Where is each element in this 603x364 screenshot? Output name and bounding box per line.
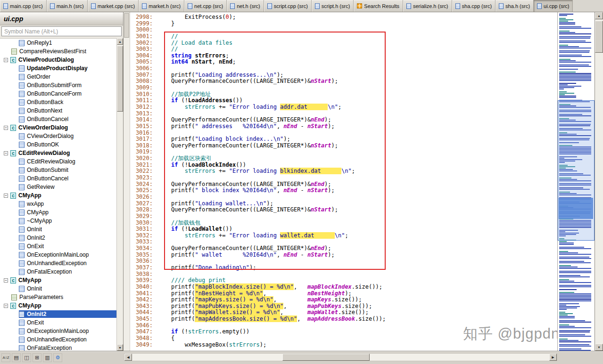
- code-line[interactable]: 3004: string strErrors;: [130, 53, 557, 59]
- code-line[interactable]: 3006:: [130, 65, 557, 72]
- symbol-item-onunhandledexception[interactable]: OnUnhandledException: [0, 335, 117, 344]
- scroll-down-icon[interactable]: ▼: [117, 344, 123, 351]
- minimap-viewport[interactable]: [558, 100, 595, 241]
- settings-gear-icon[interactable]: ⚙: [53, 353, 62, 362]
- code-line[interactable]: 3010: //加载P2P地址: [130, 91, 557, 98]
- code-line[interactable]: 3038:: [130, 271, 557, 278]
- code-line[interactable]: 3026:: [130, 194, 557, 201]
- code-line[interactable]: 3042: printf("mapKeys.size() = %d\n", ma…: [130, 297, 557, 303]
- minimap[interactable]: [557, 12, 595, 351]
- code-line[interactable]: 3047: if (!strErrors.empty()): [130, 329, 557, 335]
- code-line[interactable]: 3017: printf("Loading block index...\n")…: [130, 136, 557, 143]
- symbol-item-onbuttoncancelform[interactable]: OnButtonCancelForm: [0, 89, 117, 98]
- symbol-item-onfatalexception[interactable]: OnFatalException: [0, 267, 117, 276]
- tab-market.h-src[interactable]: market.h (src): [139, 0, 184, 12]
- tab-main.cpp-src[interactable]: main.cpp (src): [0, 0, 47, 12]
- symbol-item-cmyapp[interactable]: −CMyApp: [0, 301, 117, 310]
- scroll-left-icon[interactable]: ◀: [124, 354, 132, 361]
- tab-market.cpp-src[interactable]: market.cpp (src): [88, 0, 139, 12]
- code-line[interactable]: 3041: printf("nBestHeight = %d\n", nBest…: [130, 291, 557, 297]
- code-line[interactable]: 3027: printf("Loading wallet...\n");: [130, 201, 557, 207]
- code-line[interactable]: 3016:: [130, 130, 557, 137]
- code-line[interactable]: 3034: QueryPerformanceCounter((LARGE_INT…: [130, 245, 557, 252]
- symbol-item-getorder[interactable]: GetOrder: [0, 73, 117, 81]
- code-line[interactable]: 3039: //// debug print: [130, 277, 557, 284]
- code-line[interactable]: 3019:: [130, 149, 557, 155]
- code-line[interactable]: 3049: wxMessageBox(strErrors);: [130, 342, 557, 348]
- tree-collapse-icon[interactable]: −: [4, 278, 8, 283]
- code-line[interactable]: 3015: printf(" addresses %20I64d\n", nEn…: [130, 123, 557, 130]
- symbol-item-onbuttoncancel[interactable]: OnButtonCancel: [0, 115, 117, 123]
- symbol-item-onbuttonnext[interactable]: OnButtonNext: [0, 106, 117, 115]
- symbol-item-cviewproductdialog[interactable]: −CViewProductDialog: [0, 56, 117, 64]
- symbol-item-onexit[interactable]: OnExit: [0, 318, 117, 327]
- symbol-item-onunhandledexception[interactable]: OnUnhandledException: [0, 259, 117, 267]
- code-line[interactable]: 3044: printf("mapWallet.size() = %d\n", …: [130, 309, 557, 316]
- scrollbar-thumb[interactable]: [282, 354, 370, 361]
- sort-alphabetic-icon[interactable]: A↕Z: [1, 353, 10, 362]
- symbol-item-cmyapp[interactable]: CMyApp: [0, 208, 117, 217]
- symbol-search-input[interactable]: [1, 26, 122, 36]
- code-line[interactable]: 3001: //: [130, 33, 557, 40]
- symbol-item-cvieworderdialog[interactable]: −CViewOrderDialog: [0, 123, 117, 132]
- tab-net.h-src[interactable]: net.h (src): [227, 0, 264, 12]
- tab-serialize.h-src[interactable]: serialize.h (src): [403, 0, 452, 12]
- code-line[interactable]: 3035: printf(" wallet %20I64d\n", nEnd -…: [130, 252, 557, 259]
- tree-collapse-icon[interactable]: −: [4, 194, 8, 198]
- symbol-item-onreply1[interactable]: OnReply1: [0, 39, 117, 47]
- symbol-item-oninit[interactable]: OnInit: [0, 225, 117, 234]
- code-line[interactable]: 3022: strErrors += "Error loading blkind…: [130, 168, 557, 175]
- code-line[interactable]: 3023:: [130, 175, 557, 181]
- code-line[interactable]: 2998: ExitProcess(0);: [130, 14, 557, 21]
- editor-left-scrollbar[interactable]: [124, 12, 130, 351]
- code-line[interactable]: 3021: if (!LoadBlockIndex()): [130, 162, 557, 169]
- symbol-item-onbuttonok[interactable]: OnButtonOK: [0, 140, 117, 149]
- symbol-item-wxapp[interactable]: wxApp: [0, 200, 117, 208]
- symbol-item-onbuttoncancel[interactable]: OnButtonCancel: [0, 174, 117, 183]
- code-line[interactable]: 3018: QueryPerformanceCounter((LARGE_INT…: [130, 143, 557, 149]
- symbol-item-onbuttonsubmit[interactable]: OnButtonSubmit: [0, 166, 117, 174]
- code-line[interactable]: 3048: {: [130, 335, 557, 342]
- code-line[interactable]: 3009:: [130, 85, 557, 91]
- symbol-item-cmyapp[interactable]: −CMyApp: [0, 191, 117, 200]
- symbol-item-oninit[interactable]: OnInit: [0, 284, 117, 293]
- tab-search-results[interactable]: Search Results: [354, 0, 403, 12]
- symbol-item-onexceptioninmainloop[interactable]: OnExceptionInMainLoop: [0, 251, 117, 259]
- symbol-item-comparereviewsbestfirst[interactable]: CompareReviewsBestFirst: [0, 47, 117, 56]
- code-line[interactable]: 3031: if (!LoadWallet()): [130, 226, 557, 233]
- tree-collapse-icon[interactable]: −: [4, 151, 8, 155]
- code-line[interactable]: 3032: strErrors += "Error loading wallet…: [130, 233, 557, 239]
- symbol-item-onexit[interactable]: OnExit: [0, 242, 117, 251]
- code-line[interactable]: 3003: //: [130, 46, 557, 53]
- scroll-down-icon[interactable]: ▼: [595, 344, 603, 351]
- code-line[interactable]: 3002: // Load data files: [130, 40, 557, 47]
- symbol-item-ceditreviewdialog[interactable]: CEditReviewDialog: [0, 157, 117, 166]
- code-line[interactable]: 3000:: [130, 27, 557, 33]
- code-line[interactable]: 3012: strErrors += "Error loading addr.d…: [130, 104, 557, 111]
- symbol-item-updateproductdisplay[interactable]: UpdateProductDisplay: [0, 64, 117, 73]
- documents-book-icon[interactable]: ▥: [43, 353, 52, 362]
- scroll-up-icon[interactable]: ▲: [595, 12, 603, 19]
- panel-grid-icon[interactable]: ⊞: [33, 353, 41, 362]
- tab-sha.cpp-src[interactable]: sha.cpp (src): [452, 0, 496, 12]
- code-line[interactable]: 3011: if (!LoadAddresses()): [130, 97, 557, 104]
- code-line[interactable]: 3029:: [130, 213, 557, 220]
- symbol-list-icon[interactable]: ▤: [12, 353, 21, 362]
- tab-script.h-src[interactable]: script.h (src): [312, 0, 354, 12]
- vertical-scrollbar[interactable]: ▲ ▼: [595, 12, 603, 351]
- symbol-item-ceditreviewdialog[interactable]: −CEditReviewDialog: [0, 149, 117, 157]
- panel-layout-icon[interactable]: ◫: [22, 353, 31, 362]
- tree-collapse-icon[interactable]: −: [4, 58, 8, 62]
- symbol-item-cmyapp[interactable]: −CMyApp: [0, 276, 117, 284]
- code-line[interactable]: 3020: //加载区块索引: [130, 155, 557, 162]
- scrollbar-thumb[interactable]: [124, 13, 129, 38]
- symbol-item-getreview[interactable]: GetReview: [0, 183, 117, 191]
- symbol-item-onexceptioninmainloop[interactable]: OnExceptionInMainLoop: [0, 327, 117, 335]
- code-line[interactable]: 3043: printf("mapPubKeys.size() = %d\n",…: [130, 303, 557, 310]
- code-line[interactable]: 3007: printf("Loading addresses...\n");: [130, 72, 557, 79]
- code-line[interactable]: 3033:: [130, 239, 557, 245]
- code-line[interactable]: 3025: printf(" block index %20I64d\n", n…: [130, 187, 557, 194]
- scrollbar-thumb[interactable]: [595, 21, 603, 53]
- code-line[interactable]: 3014: QueryPerformanceCounter((LARGE_INT…: [130, 117, 557, 123]
- code-line[interactable]: 3046:: [130, 323, 557, 329]
